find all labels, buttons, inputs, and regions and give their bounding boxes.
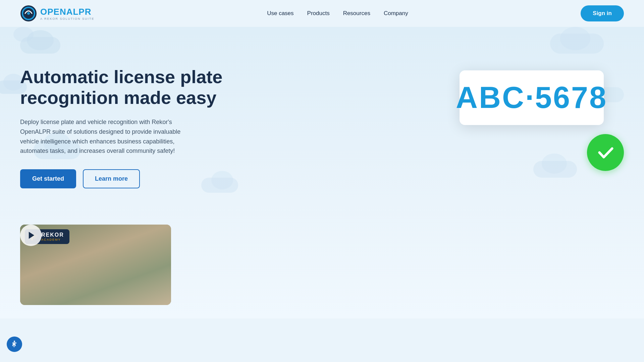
get-started-button[interactable]: Get started: [20, 169, 76, 188]
svg-point-4: [14, 341, 15, 342]
play-button[interactable]: [20, 225, 42, 246]
logo[interactable]: OPENALPR A REKOR SOLUTION SUITE: [20, 5, 95, 22]
accessibility-button[interactable]: [7, 337, 22, 352]
video-card: 🎓 REKOR ACADEMY: [20, 225, 171, 305]
hero-content: Automatic license plate recognition made…: [20, 66, 235, 188]
hero-section: Automatic license plate recognition made…: [0, 27, 644, 215]
nav-links: Use cases Products Resources Company: [267, 10, 408, 17]
svg-point-2: [27, 12, 30, 15]
accessibility-icon: [10, 340, 19, 349]
logo-sub: A REKOR SOLUTION SUITE: [40, 17, 95, 20]
plate-text: ABC·5678: [456, 80, 607, 115]
hero-buttons: Get started Learn more: [20, 169, 235, 188]
logo-name: OPENALPR: [40, 7, 95, 17]
hero-title: Automatic license plate recognition made…: [20, 66, 235, 108]
logo-text: OPENALPR A REKOR SOLUTION SUITE: [40, 7, 95, 20]
sign-in-button[interactable]: Sign in: [581, 5, 624, 21]
nav-use-cases[interactable]: Use cases: [267, 10, 293, 16]
logo-icon: [20, 5, 37, 22]
svg-marker-3: [29, 232, 34, 239]
navbar: OPENALPR A REKOR SOLUTION SUITE Use case…: [0, 0, 644, 27]
license-plate-card: ABC·5678: [460, 70, 604, 125]
learn-more-button[interactable]: Learn more: [83, 169, 140, 188]
badge-text: REKOR ACADEMY: [41, 232, 64, 241]
checkmark-badge: [587, 134, 624, 171]
checkmark-icon: [595, 142, 615, 163]
nav-resources[interactable]: Resources: [343, 10, 370, 16]
play-icon: [27, 231, 36, 240]
nav-company[interactable]: Company: [384, 10, 408, 16]
hero-description: Deploy license plate and vehicle recogni…: [20, 117, 195, 156]
hero-visual: ABC·5678: [449, 57, 624, 198]
nav-products[interactable]: Products: [307, 10, 330, 16]
video-section: 🎓 REKOR ACADEMY: [0, 215, 644, 318]
badge-main-text: REKOR: [41, 232, 64, 238]
badge-sub-text: ACADEMY: [41, 238, 64, 241]
